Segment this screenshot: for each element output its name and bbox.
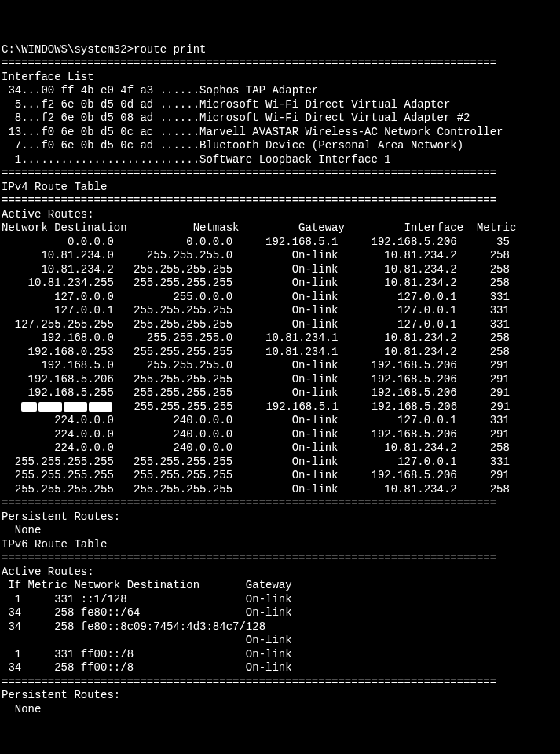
ipv4-route: 192.168.5.255 255.255.255.255 On-link 19…: [2, 386, 510, 399]
ipv4-route-row: 224.0.0.0 240.0.0.0 On-link 10.81.234.2 …: [2, 441, 560, 456]
ipv4-route: 255.255.255.255 255.255.255.255 On-link …: [2, 483, 510, 496]
redacted-segment: [64, 402, 87, 412]
label: Persistent Routes:: [2, 689, 120, 701]
ipv4-route-row: 224.0.0.0 240.0.0.0 On-link 192.168.5.20…: [2, 428, 560, 442]
interface-entry: 8...f2 6e 0b d5 08 ad ......Microsoft Wi…: [2, 112, 470, 124]
ipv4-route: 192.168.5.206 255.255.255.255 On-link 19…: [2, 373, 510, 386]
ipv4-route-row: 127.0.0.1 255.255.255.255 On-link 127.0.…: [2, 304, 560, 318]
interface-row: 5...f2 6e 0b d5 0d ad ......Microsoft Wi…: [2, 98, 560, 112]
persistent-value: None: [2, 703, 560, 717]
ipv6-route: 34 258 fe80::/64 On-link: [2, 606, 292, 619]
divider: ========================================…: [2, 675, 560, 690]
label: Persistent Routes:: [2, 511, 120, 523]
ipv4-route: 127.0.0.0 255.0.0.0 On-link 127.0.0.1 33…: [2, 291, 510, 303]
ipv4-title: IPv4 Route Table: [2, 181, 560, 195]
ipv6-route: 34 258 ff00::/8 On-link: [2, 661, 292, 674]
ipv4-route-row: 255.255.255.255 255.255.255.255 On-link …: [2, 469, 560, 483]
divider: ========================================…: [2, 167, 560, 181]
section-title: Interface List: [2, 71, 94, 83]
ipv6-route-row: 34 258 fe80::8c09:7454:4d3:84c7/128: [2, 620, 560, 635]
active-routes-label: Active Routes:: [2, 566, 560, 580]
divider: ========================================…: [2, 675, 496, 688]
ipv6-route-row: 1 331 ::1/128 On-link: [2, 593, 560, 607]
value: None: [15, 703, 42, 716]
interface-row: 1...........................Software Loo…: [2, 153, 560, 167]
divider: ========================================…: [2, 57, 496, 69]
ipv4-route-row: 255.255.255.255 192.168.5.1 192.168.5.20…: [2, 401, 560, 415]
redacted-segment: [21, 402, 37, 412]
ipv6-route: 1 331 ff00::/8 On-link: [2, 648, 292, 661]
ipv4-route: 224.0.0.0 240.0.0.0 On-link 192.168.5.20…: [2, 428, 510, 441]
ipv6-route-row: 34 258 fe80::/64 On-link: [2, 606, 560, 620]
ipv4-route-row: 192.168.5.206 255.255.255.255 On-link 19…: [2, 373, 560, 387]
divider: ========================================…: [2, 57, 560, 71]
interface-row: 13...f0 6e 0b d5 0c ac ......Marvell AVA…: [2, 126, 560, 140]
interface-entry: 1...........................Software Loo…: [2, 153, 391, 166]
redacted-segment: [89, 402, 112, 412]
ipv6-title: IPv6 Route Table: [2, 538, 560, 552]
interface-entry: 5...f2 6e 0b d5 0d ad ......Microsoft Wi…: [2, 98, 450, 111]
ipv4-route-row: 192.168.5.255 255.255.255.255 On-link 19…: [2, 386, 560, 401]
ipv4-route-row: 10.81.234.2 255.255.255.255 On-link 10.8…: [2, 263, 560, 277]
ipv4-route-row: 10.81.234.255 255.255.255.255 On-link 10…: [2, 276, 560, 291]
terminal-output: C:\WINDOWS\system32>route print=========…: [2, 43, 560, 717]
divider: ========================================…: [2, 496, 496, 509]
ipv6-route-row: 34 258 ff00::/8 On-link: [2, 661, 560, 675]
divider: ========================================…: [2, 194, 496, 207]
ipv4-route: 127.255.255.255 255.255.255.255 On-link …: [2, 318, 510, 331]
persistent-value: None: [2, 524, 560, 538]
ipv4-route: 10.81.234.0 255.255.255.0 On-link 10.81.…: [2, 249, 510, 262]
ipv4-route-row: 255.255.255.255 255.255.255.255 On-link …: [2, 483, 560, 497]
redacted-segment: [38, 402, 62, 412]
ipv4-route: 224.0.0.0 240.0.0.0 On-link 127.0.0.1 33…: [2, 414, 510, 426]
ipv6-route-row: On-link: [2, 634, 560, 648]
interface-row: 8...f2 6e 0b d5 08 ad ......Microsoft Wi…: [2, 112, 560, 126]
ipv4-route: 10.81.234.2 255.255.255.255 On-link 10.8…: [2, 263, 510, 276]
ipv4-route-row: 192.168.0.0 255.255.255.0 10.81.234.1 10…: [2, 331, 560, 346]
interface-entry: 13...f0 6e 0b d5 0c ac ......Marvell AVA…: [2, 126, 503, 138]
ipv6-route: On-link: [2, 634, 292, 646]
ipv4-route: 10.81.234.255 255.255.255.255 On-link 10…: [2, 276, 510, 289]
value: None: [15, 524, 42, 536]
ipv4-route: 127.0.0.1 255.255.255.255 On-link 127.0.…: [2, 304, 510, 317]
label: Active Routes:: [2, 566, 94, 578]
command: route print: [134, 43, 206, 56]
ipv6-route-row: 1 331 ff00::/8 On-link: [2, 648, 560, 662]
persistent-label: Persistent Routes:: [2, 689, 560, 703]
ipv4-route: 192.168.0.253 255.255.255.255 10.81.234.…: [2, 346, 510, 358]
ipv4-route: 255.255.255.255 255.255.255.255 On-link …: [2, 469, 510, 481]
interface-row: 34...00 ff 4b e0 4f a3 ......Sophos TAP …: [2, 84, 560, 98]
divider: ========================================…: [2, 551, 496, 564]
ipv4-route-row: 255.255.255.255 255.255.255.255 On-link …: [2, 456, 560, 470]
ipv4-route-row: 10.81.234.0 255.255.255.0 On-link 10.81.…: [2, 249, 560, 263]
interface-entry: 7...f0 6e 0b d5 0c ad ......Bluetooth De…: [2, 139, 463, 152]
section-title: IPv6 Route Table: [2, 538, 107, 551]
command-line: C:\WINDOWS\system32>route print: [2, 43, 560, 57]
ipv4-route-row: 192.168.0.253 255.255.255.255 10.81.234.…: [2, 346, 560, 360]
ipv4-route: 224.0.0.0 240.0.0.0 On-link 10.81.234.2 …: [2, 441, 510, 454]
ipv6-header-row: If Metric Network Destination Gateway: [2, 579, 560, 593]
prompt: C:\WINDOWS\system32>: [2, 43, 134, 56]
ipv6-route: 1 331 ::1/128 On-link: [2, 593, 292, 606]
ipv6-route: 34 258 fe80::8c09:7454:4d3:84c7/128: [2, 620, 265, 633]
divider: ========================================…: [2, 167, 496, 179]
ipv4-header-row: Network Destination Netmask Gateway Inte…: [2, 221, 560, 236]
active-routes-label: Active Routes:: [2, 208, 560, 222]
interface-list-title: Interface List: [2, 71, 560, 85]
ipv4-header: Network Destination Netmask Gateway Inte…: [2, 221, 516, 234]
interface-row: 7...f0 6e 0b d5 0c ad ......Bluetooth De…: [2, 139, 560, 153]
ipv4-route: 255.255.255.255 255.255.255.255 On-link …: [2, 456, 510, 468]
interface-entry: 34...00 ff 4b e0 4f a3 ......Sophos TAP …: [2, 84, 318, 97]
divider: ========================================…: [2, 551, 560, 566]
ipv4-route-row: 127.255.255.255 255.255.255.255 On-link …: [2, 318, 560, 332]
ipv4-route: 192.168.5.0 255.255.255.0 On-link 192.16…: [2, 359, 510, 372]
ipv4-route-row: 192.168.5.0 255.255.255.0 On-link 192.16…: [2, 359, 560, 373]
ipv4-route-row: 0.0.0.0 0.0.0.0 192.168.5.1 192.168.5.20…: [2, 236, 560, 250]
divider: ========================================…: [2, 194, 560, 208]
label: Active Routes:: [2, 208, 94, 221]
ipv4-route: 192.168.0.0 255.255.255.0 10.81.234.1 10…: [2, 331, 510, 344]
persistent-label: Persistent Routes:: [2, 511, 560, 525]
divider: ========================================…: [2, 496, 560, 511]
ipv4-route-row: 127.0.0.0 255.0.0.0 On-link 127.0.0.1 33…: [2, 291, 560, 305]
ipv4-route: 0.0.0.0 0.0.0.0 192.168.5.1 192.168.5.20…: [2, 236, 510, 248]
